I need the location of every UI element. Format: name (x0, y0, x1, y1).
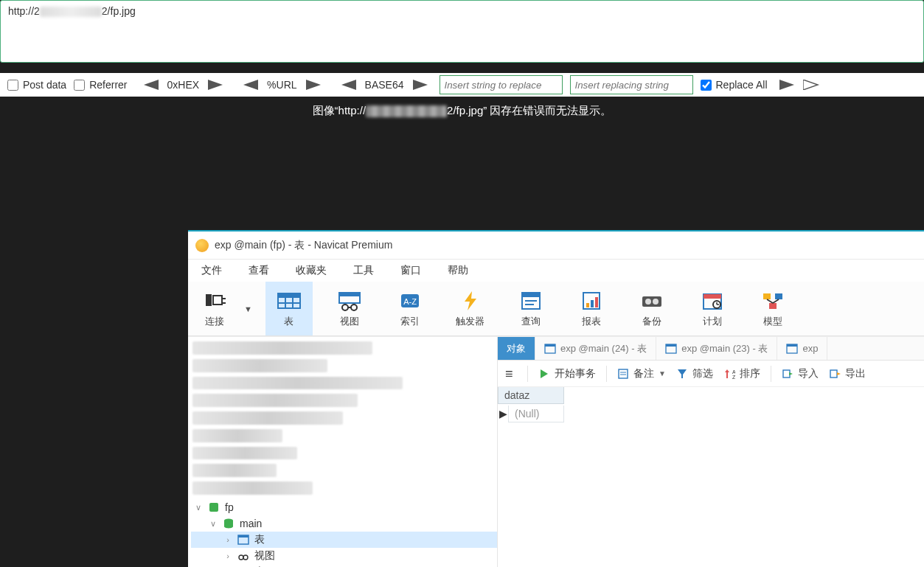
export-icon (829, 368, 841, 380)
tree-item-view[interactable]: › 视图 (191, 548, 497, 564)
tab-exp23[interactable]: exp @main (23) - 表 (656, 337, 777, 360)
tree-db-fp[interactable]: ∨ fp (191, 499, 497, 515)
chevron-right-outline-icon[interactable] (802, 78, 822, 91)
memo-button[interactable]: 备注 ▼ (617, 367, 666, 380)
navicat-app-icon (195, 239, 209, 252)
toolbar-table[interactable]: 表 (265, 282, 313, 335)
svg-rect-32 (595, 297, 598, 307)
toolbar-schedule[interactable]: 计划 (689, 282, 736, 335)
postdata-checkbox-input[interactable] (7, 80, 18, 91)
menu-view[interactable]: 查看 (241, 261, 277, 280)
svg-point-19 (342, 305, 348, 310)
chevron-right-icon[interactable] (305, 78, 325, 91)
menu-tools[interactable]: 工具 (346, 261, 381, 280)
url-bar[interactable]: http://22/fp.jpg (0, 0, 924, 63)
svg-rect-42 (775, 293, 782, 299)
referrer-checkbox-input[interactable] (74, 80, 85, 91)
url-censored (40, 7, 102, 17)
caret-right-icon[interactable]: › (223, 552, 232, 560)
menu-window[interactable]: 窗口 (393, 261, 428, 280)
lightning-icon (457, 290, 484, 312)
replaceall-checkbox[interactable]: Replace All (701, 79, 768, 91)
separator (606, 366, 607, 382)
menu-file[interactable]: 文件 (194, 261, 229, 280)
base64-label[interactable]: BASE64 (361, 79, 409, 91)
main-toolbar: 连接 ▼ 表 视图 A-Z 索引 触发器 查询 (188, 282, 924, 336)
data-grid[interactable]: dataz ▶ (Null) (498, 387, 924, 567)
svg-rect-67 (666, 344, 676, 347)
menu-button[interactable]: ≡ (505, 368, 517, 380)
toolbar-query[interactable]: 查询 (507, 282, 555, 335)
caret-down-icon[interactable]: ∨ (194, 503, 203, 512)
replace-dst-input[interactable] (570, 75, 693, 94)
toolbar-index[interactable]: A-Z 索引 (386, 282, 434, 335)
chevron-right-icon[interactable] (206, 78, 227, 91)
database-icon (207, 501, 220, 513)
toolbar-report-label: 报表 (582, 315, 601, 328)
toolbar-view[interactable]: 视图 (326, 282, 373, 335)
chevron-right-icon[interactable] (778, 78, 799, 91)
start-transaction-button[interactable]: 开始事务 (538, 367, 596, 380)
tab-label: exp (802, 343, 818, 354)
replaceall-label: Replace All (716, 79, 768, 91)
table-icon (786, 344, 798, 354)
svg-rect-30 (586, 303, 589, 307)
toolbar-trigger[interactable]: 触发器 (447, 282, 494, 335)
chevron-left-icon[interactable] (239, 78, 260, 91)
tree-item-index[interactable]: › 索引 (191, 564, 497, 567)
toolbar-connection[interactable]: 连接 (191, 282, 238, 335)
titlebar: exp @main (fp) - 表 - Navicat Premium (188, 232, 924, 260)
replaceall-checkbox-input[interactable] (701, 80, 712, 91)
svg-rect-79 (783, 370, 790, 378)
tab-objects[interactable]: 对象 (498, 337, 535, 360)
table-icon (665, 344, 677, 354)
import-button[interactable]: 导入 (782, 367, 819, 380)
svg-marker-5 (413, 80, 428, 90)
table-row[interactable]: ▶ (Null) (498, 404, 924, 423)
tab-label: exp @main (24) - 表 (560, 342, 647, 355)
svg-text:A: A (732, 369, 735, 375)
sort-button[interactable]: AZ 排序 (723, 367, 760, 380)
menu-fav[interactable]: 收藏夹 (288, 261, 334, 280)
tree-obscured-area (188, 337, 497, 499)
hex-label[interactable]: 0xHEX (163, 79, 204, 91)
menu-help[interactable]: 帮助 (440, 261, 476, 280)
connection-tree[interactable]: ∨ fp ∨ main › 表 › (188, 337, 498, 567)
filter-button[interactable]: 筛选 (676, 367, 713, 380)
toolbar-view-label: 视图 (340, 315, 359, 328)
caret-down-icon[interactable]: ∨ (209, 519, 218, 529)
tab-exp[interactable]: exp (777, 337, 827, 360)
svg-point-50 (239, 555, 243, 560)
tree-schema-main[interactable]: ∨ main (191, 515, 497, 532)
svg-marker-6 (779, 80, 794, 90)
toolbar-backup[interactable]: 备份 (628, 282, 675, 335)
tree-item-table[interactable]: › 表 (191, 532, 497, 548)
replace-src-input[interactable] (440, 75, 563, 94)
url-label[interactable]: %URL (263, 79, 301, 91)
svg-marker-75 (725, 369, 729, 372)
toolbar-model[interactable]: 模型 (749, 282, 796, 335)
postdata-checkbox[interactable]: Post data (7, 79, 66, 91)
column-header-dataz[interactable]: dataz (498, 387, 564, 404)
toolbar-report[interactable]: 报表 (568, 282, 615, 335)
tree-db-label: fp (225, 501, 234, 513)
svg-rect-26 (522, 293, 540, 297)
export-button[interactable]: 导出 (829, 367, 866, 380)
chevron-left-icon[interactable] (337, 78, 358, 91)
cell-dataz[interactable]: (Null) (508, 406, 564, 422)
chevron-left-icon[interactable] (139, 78, 160, 91)
note-icon (617, 368, 629, 380)
connection-dropdown-caret[interactable]: ▼ (244, 305, 252, 313)
plug-icon (201, 290, 228, 312)
hackbar-toolbar: Post data Referrer 0xHEX %URL BASE64 Rep… (0, 73, 924, 97)
content-area: 对象 exp @main (24) - 表 exp @main (23) - 表… (498, 337, 924, 567)
tab-exp24[interactable]: exp @main (24) - 表 (535, 337, 656, 360)
chevron-right-icon[interactable] (411, 78, 432, 91)
referrer-checkbox[interactable]: Referrer (74, 79, 127, 91)
caret-right-icon[interactable]: › (223, 535, 232, 544)
tree-item-label: 表 (254, 533, 265, 546)
tree-schema-label: main (240, 518, 262, 529)
tab-label: exp @main (23) - 表 (681, 342, 768, 355)
err-censored (366, 105, 447, 117)
menubar: 文件 查看 收藏夹 工具 窗口 帮助 (188, 260, 924, 282)
